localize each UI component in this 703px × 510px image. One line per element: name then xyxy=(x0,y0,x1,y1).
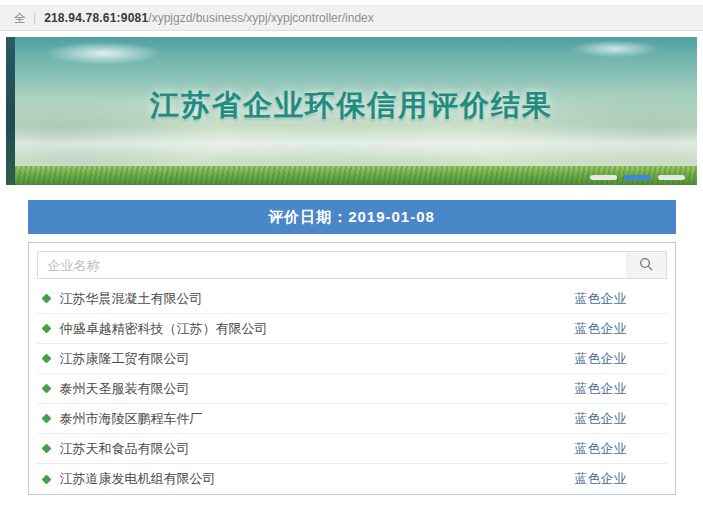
security-icon[interactable]: 全 xyxy=(14,10,26,27)
url-host: 218.94.78.61:9081 xyxy=(44,11,148,25)
company-rating-badge: 蓝色企业 xyxy=(575,470,627,488)
diamond-bullet-icon xyxy=(41,324,51,334)
address-divider: | xyxy=(33,11,36,25)
company-rating-badge: 蓝色企业 xyxy=(575,440,627,458)
search-icon xyxy=(639,257,653,274)
browser-address-bar[interactable]: 全 | 218.94.78.61:9081 /xypjgzd/business/… xyxy=(0,5,703,31)
company-name: 仲盛卓越精密科技（江苏）有限公司 xyxy=(60,320,575,338)
company-search-box xyxy=(37,251,667,279)
banner-carousel: 江苏省企业环保信用评价结果 xyxy=(6,37,697,185)
carousel-dot-3[interactable] xyxy=(658,175,685,180)
company-row[interactable]: 泰州天圣服装有限公司 蓝色企业 xyxy=(37,374,667,404)
search-input[interactable] xyxy=(38,252,626,278)
company-name: 江苏道康发电机组有限公司 xyxy=(60,470,575,488)
search-button[interactable] xyxy=(626,252,666,278)
banner-edge-strip xyxy=(6,37,15,185)
company-table: 江苏华晨混凝土有限公司 蓝色企业 仲盛卓越精密科技（江苏）有限公司 蓝色企业 江… xyxy=(28,242,676,495)
company-name: 江苏天和食品有限公司 xyxy=(60,440,575,458)
diamond-bullet-icon xyxy=(41,384,51,394)
carousel-dot-2[interactable] xyxy=(624,175,651,180)
url-path: /xypjgzd/business/xypj/xypjcontroller/in… xyxy=(148,11,373,25)
company-name: 泰州市海陵区鹏程车件厂 xyxy=(60,410,575,428)
company-row[interactable]: 江苏天和食品有限公司 蓝色企业 xyxy=(37,434,667,464)
banner-title: 江苏省企业环保信用评价结果 xyxy=(6,86,697,126)
diamond-bullet-icon xyxy=(41,294,51,304)
company-list: 江苏华晨混凝土有限公司 蓝色企业 仲盛卓越精密科技（江苏）有限公司 蓝色企业 江… xyxy=(29,284,675,494)
diamond-bullet-icon xyxy=(41,354,51,364)
company-name: 江苏华晨混凝土有限公司 xyxy=(60,290,575,308)
company-rating-badge: 蓝色企业 xyxy=(575,290,627,308)
company-row[interactable]: 仲盛卓越精密科技（江苏）有限公司 蓝色企业 xyxy=(37,314,667,344)
evaluation-panel: 评价日期：2019-01-08 江苏华晨混凝土有限公司 蓝色企业 仲盛卓越精密科… xyxy=(28,200,676,495)
company-row[interactable]: 江苏康隆工贸有限公司 蓝色企业 xyxy=(37,344,667,374)
company-name: 江苏康隆工贸有限公司 xyxy=(60,350,575,368)
diamond-bullet-icon xyxy=(41,444,51,454)
carousel-indicators xyxy=(590,175,685,180)
company-rating-badge: 蓝色企业 xyxy=(575,320,627,338)
company-rating-badge: 蓝色企业 xyxy=(575,410,627,428)
company-row[interactable]: 泰州市海陵区鹏程车件厂 蓝色企业 xyxy=(37,404,667,434)
company-rating-badge: 蓝色企业 xyxy=(575,380,627,398)
company-rating-badge: 蓝色企业 xyxy=(575,350,627,368)
diamond-bullet-icon xyxy=(41,414,51,424)
company-name: 泰州天圣服装有限公司 xyxy=(60,380,575,398)
diamond-bullet-icon xyxy=(41,474,51,484)
evaluation-date-header: 评价日期：2019-01-08 xyxy=(28,200,676,234)
landscape-mist xyxy=(15,126,697,162)
company-row[interactable]: 江苏道康发电机组有限公司 蓝色企业 xyxy=(37,464,667,494)
carousel-dot-1[interactable] xyxy=(590,175,617,180)
company-row[interactable]: 江苏华晨混凝土有限公司 蓝色企业 xyxy=(37,284,667,314)
